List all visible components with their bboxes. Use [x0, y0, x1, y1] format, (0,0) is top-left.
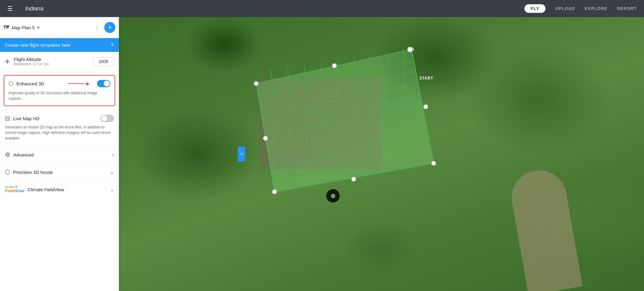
- field-label: Field: [5, 189, 15, 193]
- collapse-icon: <: [240, 152, 243, 156]
- advanced-title: Advanced: [13, 152, 34, 157]
- climate-title: Climate FieldView: [27, 187, 64, 192]
- road-overlay: [507, 166, 583, 291]
- climate-chevron-icon: ⌄: [110, 187, 114, 192]
- enhanced-3d-description: Improves quality of 3D structures with a…: [9, 90, 110, 101]
- enhanced-3d-title: Enhanced 3D: [16, 81, 44, 86]
- tooltip-banner[interactable]: Create new flight templates here ×: [0, 38, 119, 52]
- flight-altitude-title: Flight Altitude: [14, 57, 49, 62]
- nav-divider: [19, 4, 19, 13]
- live-map-icon: ⊟: [5, 115, 10, 122]
- tooltip-close-button[interactable]: ×: [111, 42, 114, 48]
- live-map-hd-section: ⊟ Live Map HD Generates an instant 2D ma…: [0, 110, 119, 146]
- enhanced-3d-section: ⬡ Enhanced 3D ▶ Improves quality of 3D s…: [4, 75, 115, 106]
- climate-logo: CLIMATE FieldView: [5, 186, 24, 193]
- aerial-background: START ⊕: [119, 17, 644, 291]
- nav-actions: FLY UPLOAD EXPLORE REPORT: [524, 4, 637, 13]
- nav-fly-button[interactable]: FLY: [524, 4, 545, 13]
- hamburger-icon[interactable]: ☰: [7, 5, 13, 12]
- cube-icon: ⬡: [9, 80, 13, 87]
- add-plan-button[interactable]: +: [104, 22, 115, 33]
- main-content: 🗺 Map Plan 5 ▾ ⋮ + Create new flight tem…: [0, 17, 644, 291]
- plan-chevron-icon: ▾: [37, 25, 39, 30]
- live-map-description: Generates an instant 2D map as the drone…: [5, 124, 114, 141]
- enhanced-3d-toggle[interactable]: [97, 80, 110, 87]
- start-label: START: [419, 76, 433, 81]
- plan-selector[interactable]: 🗺 Map Plan 5 ▾: [4, 24, 90, 31]
- toggle-knob: [104, 81, 110, 87]
- climate-fieldview-section[interactable]: CLIMATE FieldView Climate FieldView ⌄: [0, 181, 119, 198]
- view-label: View: [15, 189, 24, 193]
- live-map-title: Live Map HD: [13, 116, 40, 121]
- flight-grid: [245, 42, 438, 199]
- precision-icon: ⬡: [5, 168, 10, 176]
- nav-explore-button[interactable]: EXPLORE: [585, 6, 607, 11]
- sidebar-topbar: 🗺 Map Plan 5 ▾ ⋮ +: [0, 17, 119, 38]
- move-icon[interactable]: ⊕: [326, 189, 340, 203]
- plan-menu-button[interactable]: ⋮: [92, 23, 102, 32]
- altitude-value[interactable]: 200ft: [93, 57, 114, 66]
- flight-altitude-subtitle: Resolution: 0.7 in / px: [14, 62, 49, 66]
- live-map-knob: [101, 115, 107, 121]
- precision-3d-section[interactable]: ⬡ Precision 3D house ⌄: [0, 163, 119, 181]
- advanced-icon: ⚙: [5, 151, 10, 158]
- flight-grid-svg: [245, 42, 438, 199]
- topnav: ☰ Indiana FLY UPLOAD EXPLORE REPORT: [0, 0, 644, 17]
- nav-report-button[interactable]: REPORT: [617, 6, 637, 11]
- live-map-toggle[interactable]: [101, 115, 114, 122]
- nav-upload-button[interactable]: UPLOAD: [555, 6, 575, 11]
- svg-marker-0: [255, 48, 435, 192]
- plan-name: Map Plan 5: [12, 25, 35, 30]
- advanced-chevron-icon: ›: [112, 152, 114, 158]
- start-text: START: [419, 76, 433, 81]
- sidebar-toggle-button[interactable]: <: [238, 147, 245, 161]
- tooltip-text: Create new flight templates here: [5, 42, 71, 48]
- climate-bottom-label: FieldView: [5, 189, 24, 193]
- precision-chevron-icon: ⌄: [110, 169, 114, 175]
- sidebar: 🗺 Map Plan 5 ▾ ⋮ + Create new flight tem…: [0, 17, 119, 291]
- precision-3d-title: Precision 3D house: [13, 170, 53, 175]
- advanced-section[interactable]: ⚙ Advanced ›: [0, 146, 119, 163]
- map-icon: 🗺: [4, 24, 9, 31]
- flight-altitude-section: ✈ Flight Altitude Resolution: 0.7 in / p…: [0, 52, 119, 71]
- airplane-icon: ✈: [5, 58, 10, 65]
- map-area[interactable]: START ⊕ <: [119, 17, 644, 291]
- svg-point-28: [407, 46, 413, 52]
- svg-point-26: [423, 104, 428, 109]
- page-title: Indiana: [25, 5, 524, 12]
